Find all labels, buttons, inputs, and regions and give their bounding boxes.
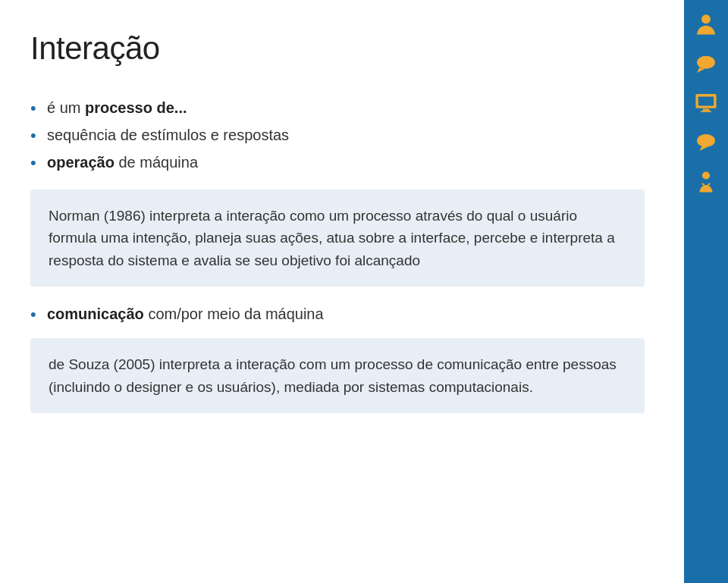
speech-bubble-icon[interactable] [689, 126, 723, 159]
svg-point-9 [702, 171, 710, 179]
svg-point-1 [697, 56, 715, 69]
monitor-icon[interactable] [689, 86, 723, 120]
list-item-2: sequência de estímulos e respostas [30, 124, 645, 146]
svg-rect-6 [701, 111, 711, 112]
svg-point-0 [701, 14, 711, 24]
page-title: Interação [30, 30, 645, 67]
svg-point-7 [697, 134, 715, 147]
norman-box: Norman (1986) interpreta a interação com… [30, 190, 645, 287]
bold-text-processo: processo de... [85, 99, 187, 116]
person-icon[interactable] [689, 8, 723, 41]
souza-box: de Souza (2005) interpreta a interação c… [30, 338, 645, 413]
list-item-comunicacao: comunicação com/por meio da máquina [30, 303, 645, 324]
svg-rect-4 [698, 97, 714, 106]
svg-rect-5 [703, 109, 710, 111]
main-content: Interação é um processo de... sequência … [0, 0, 682, 583]
bullet-list-1: é um processo de... sequência de estímul… [30, 97, 645, 173]
bold-text-operacao: operação [47, 154, 115, 171]
bold-text-comunicacao: comunicação [47, 306, 144, 322]
right-sidebar [684, 0, 728, 583]
list-item-3: operação de máquina [30, 152, 645, 173]
souza-text: de Souza (2005) interpreta a interação c… [49, 356, 617, 394]
norman-text: Norman (1986) interpreta a interação com… [49, 208, 615, 268]
list-item-1: é um processo de... [30, 97, 645, 118]
chat-bubble-icon[interactable] [689, 47, 723, 80]
person-female-icon[interactable] [689, 165, 723, 199]
bullet-list-2: comunicação com/por meio da máquina [30, 303, 645, 324]
